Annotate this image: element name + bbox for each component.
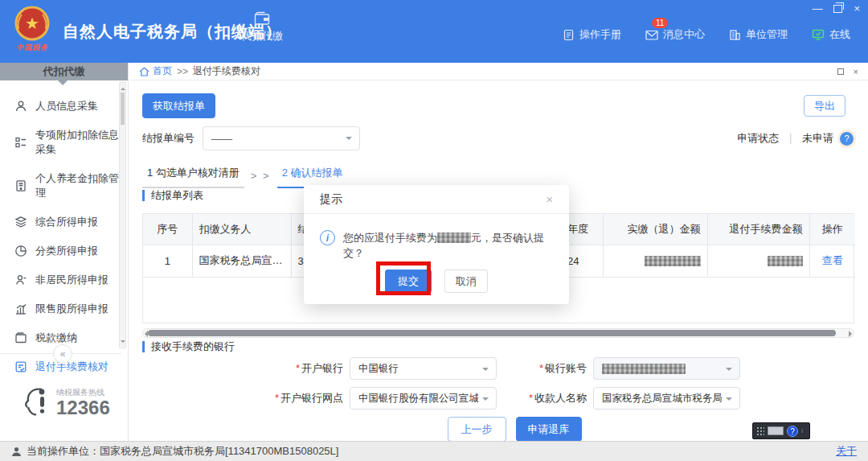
bank-branch-label-text: 开户银行网点 xyxy=(280,392,343,404)
menu-messages[interactable]: 11 消息中心 xyxy=(645,27,705,42)
bank-form-row-2: *开户银行网点 中国银行股份有限公司宣城分行 *收款人名称 国家税务总局宣城市税… xyxy=(142,387,854,410)
redacted-value xyxy=(645,256,701,266)
sidebar-item-label: 税款缴纳 xyxy=(35,331,77,345)
person-alt-icon xyxy=(14,274,27,286)
user-icon xyxy=(11,447,22,457)
scroll-right-icon[interactable] xyxy=(849,331,855,337)
submit-button[interactable]: 提交 xyxy=(385,270,432,293)
dialog-header: 提示 × xyxy=(304,185,569,214)
menu-manual[interactable]: 操作手册 xyxy=(563,27,621,42)
export-button[interactable]: 导出 xyxy=(804,95,845,117)
breadcrumb: 首页 >> 退付手续费核对 × xyxy=(129,63,868,80)
minimize-button[interactable]: — xyxy=(812,3,822,14)
previous-step-button[interactable]: 上一步 xyxy=(448,417,506,442)
panel-restore-icon[interactable] xyxy=(837,68,844,75)
sidebar-item-classified-income[interactable]: 分类所得申报 xyxy=(0,237,128,265)
bank-account-select[interactable] xyxy=(593,357,740,380)
menu-org[interactable]: 单位管理 xyxy=(729,27,788,42)
about-link[interactable]: 关于 xyxy=(836,444,857,459)
sidebar-item-label: 限售股所得申报 xyxy=(35,302,108,316)
hotline-logo: 纳税服务热线 12366 xyxy=(23,386,110,418)
sidebar-item-pension-deduction[interactable]: 个人养老金扣除管理 xyxy=(0,164,128,208)
wallet-tab-icon xyxy=(254,11,270,26)
bank-name-value: 中国银行 xyxy=(358,362,399,376)
sidebar-item-restricted-shares[interactable]: 限售股所得申报 xyxy=(0,294,128,323)
sidebar-item-label: 专项附加扣除信息采集 xyxy=(35,128,128,157)
tab-withholding-label: 代扣代缴 xyxy=(241,30,283,42)
cell-action: 查看 xyxy=(809,245,855,277)
bank-section-title-label: 接收手续费的银行 xyxy=(151,340,235,354)
breadcrumb-current: 退付手续费核对 xyxy=(193,64,260,78)
dialog-message-prefix: 您的应退付手续费为 xyxy=(343,232,437,244)
col-action: 操作 xyxy=(809,214,855,245)
sidebar-item-label: 非居民所得申报 xyxy=(35,273,108,287)
menu-online-label: 在线 xyxy=(829,27,850,42)
restore-button[interactable] xyxy=(833,5,842,13)
bank-name-label-text: 开户银行 xyxy=(301,362,343,374)
scroll-down-icon[interactable] xyxy=(121,340,125,345)
menu-online[interactable]: 在线 xyxy=(812,27,850,42)
message-icon xyxy=(645,30,658,40)
scrollbar-thumb[interactable] xyxy=(121,93,125,125)
horizontal-scrollbar[interactable] xyxy=(142,328,854,338)
statement-no-value: —— xyxy=(211,133,232,145)
org-icon xyxy=(729,29,741,40)
bank-branch-label: *开户银行网点 xyxy=(256,391,343,405)
hotline-headset-icon xyxy=(23,386,50,418)
dialog-message: 您的应退付手续费为元，是否确认提交？ xyxy=(343,230,555,261)
svg-text:★: ★ xyxy=(25,14,39,32)
bank-name-label: *开户银行 xyxy=(256,361,343,376)
pension-doc-icon xyxy=(14,179,27,192)
cell-fee-amount xyxy=(707,245,809,277)
sidebar-item-comprehensive-income[interactable]: 综合所得申报 xyxy=(0,208,128,237)
redacted-value xyxy=(768,256,803,266)
required-mark: * xyxy=(529,392,533,404)
apply-refund-button[interactable]: 申请退库 xyxy=(516,417,582,442)
redacted-value xyxy=(437,233,471,243)
dialog-close-icon[interactable]: × xyxy=(546,192,553,206)
ime-help-icon[interactable]: ? xyxy=(787,426,798,437)
scroll-left-icon[interactable] xyxy=(141,331,148,337)
breadcrumb-home[interactable]: 首页 xyxy=(139,64,172,78)
sidebar-item-label: 分类所得申报 xyxy=(35,244,98,258)
scroll-up-icon[interactable] xyxy=(121,85,125,90)
help-icon[interactable]: ? xyxy=(840,132,854,146)
sidebar: 代扣代缴 人员信息采集 专项附加扣除信息采集 个人养老金扣除管理 xyxy=(0,63,129,441)
statement-no-select[interactable]: —— xyxy=(203,126,360,150)
view-link[interactable]: 查看 xyxy=(822,254,843,266)
panel-close-icon[interactable]: × xyxy=(854,67,858,76)
step-1-tab[interactable]: 1 勾选单户核对清册 xyxy=(142,163,244,188)
info-icon: i xyxy=(320,230,335,245)
col-fee-amount: 退付手续费金额 xyxy=(707,214,809,245)
status-bar: 当前操作单位：国家税务总局宣城市税务局[11341700MB1508025L] … xyxy=(0,441,868,461)
panel-controls: × xyxy=(837,67,858,76)
sidebar-item-personnel-info[interactable]: 人员信息采集 xyxy=(0,92,128,121)
app-window: — × ★ 中国税务 自然人电子税务局（扣缴端） 代扣代缴 xyxy=(0,0,868,461)
wallet-icon xyxy=(14,331,27,344)
ime-mode-box[interactable] xyxy=(768,426,784,435)
ime-drag-handle-icon[interactable] xyxy=(756,426,764,436)
cell-paid-amount xyxy=(603,245,707,277)
bank-name-select[interactable]: 中国银行 xyxy=(350,357,497,380)
bank-branch-select[interactable]: 中国银行股份有限公司宣城分行 xyxy=(350,387,497,410)
close-button[interactable]: × xyxy=(854,3,860,14)
cancel-button[interactable]: 取消 xyxy=(444,270,488,293)
ime-caret-icon[interactable]: ⁞ xyxy=(801,428,803,434)
form-list-icon xyxy=(14,136,27,149)
layers-icon xyxy=(14,216,27,228)
hotline-number: 12366 xyxy=(56,398,110,418)
fetch-statement-button[interactable]: 获取结报单 xyxy=(142,93,215,118)
payee-name-select[interactable]: 国家税务总局宣城市税务局 xyxy=(593,387,740,410)
breadcrumb-home-label: 首页 xyxy=(153,64,172,78)
bank-branch-value: 中国银行股份有限公司宣城分行 xyxy=(358,392,478,405)
sidebar-item-special-deduction[interactable]: 专项附加扣除信息采集 xyxy=(0,121,128,164)
ime-toolbar[interactable]: ? ⁞ xyxy=(752,422,810,439)
sidebar-scrollbar[interactable] xyxy=(119,82,126,348)
tab-withholding[interactable]: 代扣代缴 xyxy=(230,11,294,43)
current-operator: 当前操作单位：国家税务总局宣城市税务局[11341700MB1508025L] xyxy=(27,444,338,459)
payee-name-label-text: 收款人名称 xyxy=(534,392,587,404)
collapse-sidebar-button[interactable]: « xyxy=(53,344,72,364)
hscrollbar-thumb[interactable] xyxy=(148,330,836,336)
status-divider: ｜ xyxy=(785,131,796,146)
sidebar-item-nonresident-income[interactable]: 非居民所得申报 xyxy=(0,265,128,294)
